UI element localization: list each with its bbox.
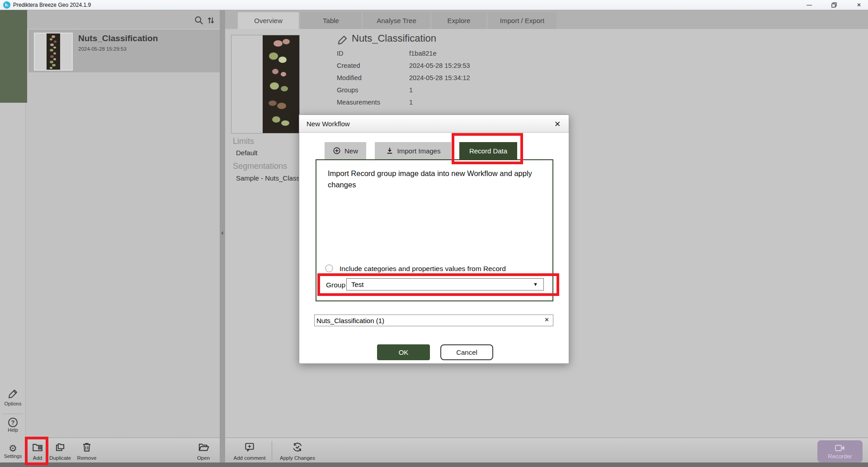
- detail-label: Groups: [337, 86, 405, 94]
- detail-label: Created: [337, 62, 405, 69]
- segmentations-value[interactable]: Sample - Nuts_Classifica: [236, 174, 299, 182]
- clear-field-icon[interactable]: ✕: [544, 316, 549, 323]
- remove-button[interactable]: Remove: [73, 441, 100, 461]
- dialog-title: New Workflow: [307, 115, 350, 133]
- duplicate-folders-icon: [54, 441, 66, 453]
- nuts-image: [35, 33, 72, 70]
- workflow-name-input[interactable]: [316, 315, 537, 325]
- tab-explore[interactable]: Explore: [432, 12, 486, 29]
- detail-label: Modified: [337, 74, 405, 81]
- left-rail: [0, 103, 26, 467]
- overview-thumbnail: [231, 35, 300, 133]
- highlight-record-data-tab: [452, 133, 523, 164]
- tab-table[interactable]: Table: [301, 12, 361, 29]
- download-icon: [386, 147, 394, 155]
- sort-icon[interactable]: [206, 15, 216, 25]
- close-button[interactable]: ✕: [851, 0, 867, 10]
- comment-plus-icon: [244, 441, 255, 453]
- overview-image: [263, 35, 299, 133]
- workflow-name-field-wrap: ✕: [314, 315, 553, 326]
- detail-label: Measurements: [337, 99, 405, 106]
- limits-value[interactable]: Default: [236, 149, 298, 157]
- workflow-list-panel: [27, 10, 220, 467]
- collapse-chevron-icon[interactable]: ‹: [220, 229, 225, 236]
- minimize-button[interactable]: —: [802, 0, 817, 10]
- detail-value: 2024-05-28 15:29:53: [409, 62, 527, 69]
- options-button[interactable]: Options: [0, 388, 26, 406]
- dialog-close-icon[interactable]: ✕: [552, 118, 563, 130]
- app-logo: b.: [3, 1, 10, 9]
- tab-import-export[interactable]: Import / Export: [488, 12, 557, 29]
- workflow-sidebar: [0, 10, 27, 103]
- panel-splitter[interactable]: [220, 10, 225, 462]
- list-header: [27, 10, 220, 29]
- duplicate-label: Duplicate: [45, 455, 75, 461]
- open-button[interactable]: Open: [191, 441, 216, 461]
- recorder-label: Recorder: [828, 453, 852, 460]
- apply-changes-label: Apply Changes: [275, 455, 320, 461]
- include-values-radio[interactable]: [325, 264, 333, 272]
- item-date: 2024-05-28 15:29:53: [78, 46, 127, 52]
- detail-value: f1ba821e: [409, 50, 527, 57]
- video-camera-icon: [835, 443, 845, 453]
- overview-title: Nuts_Classification: [352, 33, 436, 44]
- gear-icon: ⚙: [9, 443, 17, 453]
- item-thumbnail: [34, 33, 73, 71]
- edit-title-pencil-icon[interactable]: [337, 34, 348, 45]
- trash-icon: [81, 441, 93, 453]
- dialog-tab-new[interactable]: New: [325, 142, 366, 159]
- search-icon[interactable]: [194, 15, 204, 25]
- detail-label: ID: [337, 50, 405, 57]
- remove-label: Remove: [73, 455, 100, 461]
- tab-overview[interactable]: Overview: [238, 12, 299, 29]
- plus-circle-icon: [333, 147, 341, 155]
- detail-value: 1: [409, 99, 527, 106]
- open-label: Open: [191, 455, 216, 461]
- tab-analyse-tree[interactable]: Analyse Tree: [363, 12, 430, 29]
- add-comment-button[interactable]: Add comment: [229, 441, 270, 461]
- apply-changes-button[interactable]: Apply Changes: [275, 441, 320, 461]
- app-title: Prediktera Breeze Geo 2024.1.9: [13, 0, 91, 10]
- detail-value: 1: [409, 86, 527, 94]
- pencil-icon: [8, 388, 19, 399]
- nuts-image-large: [263, 35, 299, 133]
- new-workflow-dialog: New Workflow ✕ New Import Images Record …: [299, 114, 569, 364]
- help-label: Help: [0, 427, 26, 433]
- settings-label: Settings: [0, 453, 26, 459]
- highlight-group-dropdown: [317, 273, 559, 296]
- dialog-tab-new-label: New: [344, 147, 358, 155]
- dialog-tab-import-images[interactable]: Import Images: [375, 142, 451, 159]
- duplicate-button[interactable]: Duplicate: [45, 441, 75, 461]
- segmentations-label: Segmentations: [233, 162, 287, 171]
- detail-value: 2024-05-28 15:34:12: [409, 74, 527, 81]
- help-icon: ?: [8, 418, 18, 427]
- highlight-add-button: [25, 437, 48, 465]
- toolbar-divider: [272, 441, 272, 460]
- help-button[interactable]: ? Help: [0, 418, 26, 433]
- restore-button[interactable]: [826, 0, 842, 10]
- add-comment-label: Add comment: [229, 455, 270, 461]
- dialog-tab-import-label: Import Images: [397, 147, 441, 155]
- settings-button[interactable]: ⚙ Settings: [0, 443, 26, 459]
- record-data-description: Import Record group image data into new …: [328, 168, 544, 191]
- bottom-edge-strip: [0, 462, 868, 467]
- rail-divider: [3, 414, 23, 414]
- options-label: Options: [0, 401, 26, 406]
- recorder-button[interactable]: Recorder: [817, 440, 863, 462]
- ok-button[interactable]: OK: [377, 344, 430, 360]
- title-bar: b. Prediktera Breeze Geo 2024.1.9 — ✕: [0, 0, 868, 10]
- list-item[interactable]: Nuts_Classification 2024-05-28 15:29:53: [28, 29, 220, 72]
- limits-label: Limits: [233, 137, 254, 146]
- sync-check-icon: [292, 441, 303, 453]
- include-values-label: Include categories and properties values…: [340, 265, 506, 273]
- open-folder-icon: [198, 441, 209, 453]
- dialog-header: New Workflow ✕: [299, 115, 569, 133]
- restore-icon: [831, 2, 837, 8]
- item-title: Nuts_Classification: [78, 33, 158, 43]
- cancel-button[interactable]: Cancel: [440, 344, 493, 360]
